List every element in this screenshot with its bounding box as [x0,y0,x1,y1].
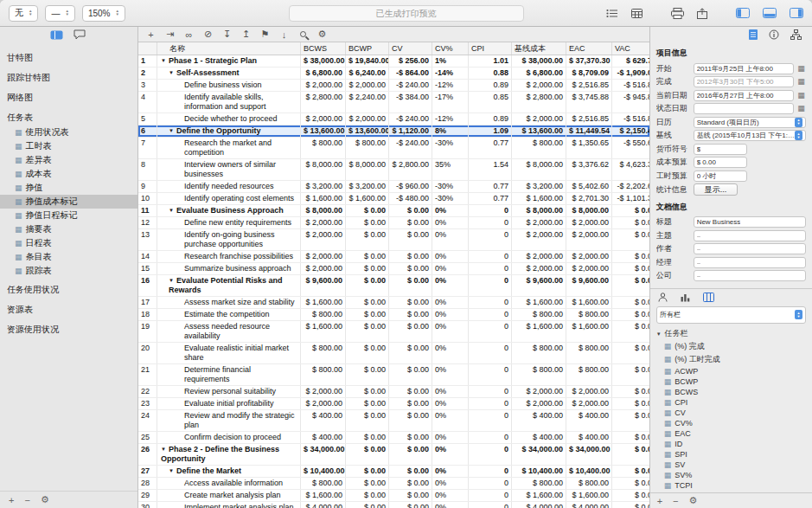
text-field[interactable]: – [694,270,806,281]
sidebar-item[interactable]: 资源使用状况 [0,322,137,338]
column-list-item[interactable]: ▦SPI [656,449,806,460]
remove-icon[interactable]: − [673,496,678,506]
table-row[interactable]: 30Implement market analysis plan$ 4,000.… [138,502,649,508]
search-icon[interactable] [297,29,309,40]
table-row[interactable]: 8Interview owners of similar businesses$… [138,159,649,181]
column-header-rownum[interactable] [138,42,157,55]
table-row[interactable]: 21Determine financial requirements$ 800.… [138,364,649,386]
table-row[interactable]: 2▼Self-Assessment$ 6,800.00$ 6,240.00-$ … [138,68,649,80]
column-header-cpi[interactable]: CPI [469,42,512,55]
table-row[interactable]: 13Identify on-going business purchase op… [138,229,649,251]
table-row[interactable]: 20Evaluate realistic initial market shar… [138,343,649,364]
table-row[interactable]: 4Identify available skills, information … [138,92,649,113]
table-row[interactable]: 27▼Define the Market$ 10,400.00$ 0.00$ 0… [138,466,649,478]
disclosure-triangle-icon[interactable]: ▼ [169,68,176,78]
disclosure-triangle-icon[interactable]: ▼ [169,466,176,476]
table-row[interactable]: 6▼Define the Opportunity$ 13,600.00$ 13,… [138,125,649,138]
table-row[interactable]: 22Review personal suitability$ 2,000.00$… [138,386,649,398]
calendar-icon[interactable]: ▦ [796,92,806,100]
column-header-bcws[interactable]: BCWS [301,42,346,55]
column-list-item[interactable]: ▦EAC [656,428,806,439]
show-statistics-button[interactable]: 显示... [694,183,738,196]
sidebar-item[interactable]: ▦跟踪表 [0,264,137,278]
text-field[interactable]: $ [694,144,747,155]
calendar-view-icon[interactable] [631,9,643,18]
calendar-icon[interactable]: ▦ [796,65,806,73]
scroll-down-icon[interactable]: ↓ [278,29,290,40]
sidebar-item[interactable]: ▦成本表 [0,167,137,181]
format-popup[interactable]: 无 ▲▼ [9,5,38,22]
disclosure-triangle-icon[interactable]: ▼ [161,445,169,454]
sidebar-item[interactable]: ▦工时表 [0,139,137,153]
table-row[interactable]: 26▼Phase 2 - Define the Business Opportu… [138,444,649,466]
unlink-icon[interactable]: ⊘ [202,29,214,40]
table-row[interactable]: 7Research the market and competition$ 80… [138,138,649,159]
table-row[interactable]: 18Estimate the competition$ 800.00$ 0.00… [138,309,649,321]
column-list-item[interactable]: ▦(%) 完成 [656,340,806,353]
table-row[interactable]: 25Confirm decision to proceed$ 400.00$ 0… [138,432,649,444]
text-field[interactable]: $ 0.00 [694,157,747,168]
print-icon[interactable] [671,8,684,19]
sidebar-item[interactable]: 跟踪甘特图 [0,70,137,86]
popup-field[interactable]: Standard (项目日历)▲▼ [694,117,806,128]
column-list-item[interactable]: ▦SV [656,460,806,470]
disclosure-triangle-icon[interactable]: ▼ [169,206,176,215]
sidebar-item[interactable]: ▦差异表 [0,153,137,167]
column-header-cv[interactable]: CV [389,42,432,55]
sidebar-item[interactable]: ▦使用状况表 [0,125,137,139]
column-list-item[interactable]: ▦BCWP [656,376,806,387]
date-field[interactable]: 2016年6月27日 上午8:00 [694,90,794,101]
sidebar-item[interactable]: ▦挣值日程标记 [0,209,137,222]
column-list-item[interactable]: ▦ACWP [656,366,806,376]
date-field[interactable]: 2012年3月30日 下午5:00 [694,76,794,87]
text-field[interactable]: New Business [694,216,806,228]
sidebar-item[interactable]: ▦摘要表 [0,222,137,236]
text-field[interactable]: 0 小时 [694,170,747,182]
flag-icon[interactable]: ⚑ [259,29,271,40]
date-field[interactable]: 2011年9月25日 上午8:00 [694,63,794,74]
action-menu-icon[interactable]: ⚙ [689,495,698,506]
table-row[interactable]: 15Summarize business approach$ 2,000.00$… [138,263,649,275]
column-header-eac[interactable]: EAC [566,42,612,55]
sidebar-item[interactable]: 甘特图 [0,50,137,66]
popup-field[interactable]: 基线 (2015年10月13日 下午1:…▲▼ [694,130,806,141]
remove-icon[interactable]: − [24,495,29,505]
share-icon[interactable] [697,8,707,19]
calendar-icon[interactable]: ▦ [796,78,806,86]
table-row[interactable]: 24Review and modify the strategic plan$ … [138,410,649,432]
sidebar-item[interactable]: 网络图 [0,90,137,106]
column-list-item[interactable]: ▦SV% [656,470,806,480]
disclosure-triangle-icon[interactable]: ▼ [169,276,176,286]
table-row[interactable]: 11▼Evaluate Business Approach$ 8,000.00$… [138,205,649,217]
toggle-right-panel-icon[interactable] [790,8,803,18]
comment-icon[interactable] [74,29,86,40]
add-icon[interactable]: + [657,496,662,506]
table-row[interactable]: 9Identify needed resources$ 3,200.00$ 3,… [138,181,649,193]
move-up-icon[interactable]: ↥ [240,29,252,40]
sidebar-item[interactable]: 任务表 [0,110,137,125]
action-menu-icon[interactable]: ⚙ [41,494,49,505]
calendar-icon[interactable]: ▦ [796,105,806,113]
table-row[interactable]: 1▼Phase 1 - Strategic Plan$ 38,000.00$ 1… [138,55,649,68]
settings-icon[interactable]: ⚙ [316,29,328,40]
disclosure-triangle-icon[interactable]: ▼ [169,126,176,136]
move-down-icon[interactable]: ↧ [221,29,233,40]
date-field[interactable] [694,103,794,114]
document-icon[interactable] [749,29,758,40]
text-field[interactable]: – [694,243,806,254]
table-row[interactable]: 3Define business vision$ 2,000.00$ 2,000… [138,80,649,92]
table-row[interactable]: 10Identify operating cost elements$ 1,60… [138,193,649,205]
indent-icon[interactable]: ⇥ [164,29,176,40]
table-row[interactable]: 12Define new entity requirements$ 2,000.… [138,217,649,229]
zoom-popup[interactable]: 150% ▲▼ [82,5,125,22]
panel-icon[interactable] [50,30,63,40]
sidebar-item[interactable]: ▦挣值 [0,181,137,195]
info-icon[interactable] [769,29,779,40]
column-header-name[interactable]: 名称 [157,42,301,55]
table-row[interactable]: 16▼Evaluate Potential Risks and Rewards$… [138,275,649,297]
column-list-item[interactable]: ▦CPI [656,397,806,408]
table-row[interactable]: 14Research franchise possibilities$ 2,00… [138,251,649,263]
add-icon[interactable]: + [9,495,14,505]
column-header-cv-pct[interactable]: CV% [432,42,469,55]
column-list-item[interactable]: ▦BCWS [656,387,806,397]
